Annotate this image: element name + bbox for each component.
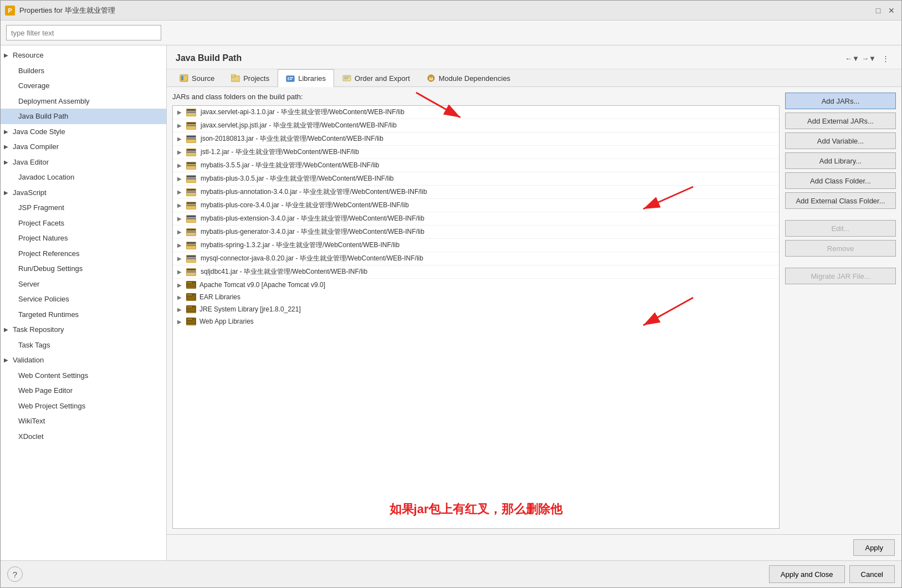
jar-item[interactable]: ▶json-20180813.jar - 毕业生就业管理/WebContent/… [173, 132, 779, 146]
library-icon [186, 305, 196, 313]
libraries-tab-icon [286, 74, 295, 83]
footer-bar: ? Apply and Close Cancel [1, 560, 901, 587]
sidebar-item-java-build-path[interactable]: Java Build Path [1, 109, 166, 124]
tab-projects[interactable]: Projects [223, 69, 278, 86]
jar-icon [186, 121, 197, 130]
apply-close-button[interactable]: Apply and Close [769, 565, 845, 583]
jar-expand-arrow: ▶ [177, 162, 183, 168]
tab-source-label: Source [192, 74, 214, 83]
jar-item[interactable]: ▶mybatis-plus-annotation-3.4.0.jar - 毕业生… [173, 186, 779, 199]
library-expand-arrow: ▶ [177, 282, 183, 288]
panel-body: JARs and class folders on the build path… [167, 87, 901, 534]
jar-icon [186, 188, 197, 197]
sidebar-item-deployment-assembly[interactable]: Deployment Assembly [1, 94, 166, 109]
sidebar-item-project-references[interactable]: Project References [1, 246, 166, 262]
sidebar-item-web-project-settings[interactable]: Web Project Settings [1, 398, 166, 414]
jar-expand-arrow: ▶ [177, 242, 183, 248]
sidebar-arrow-icon: ▶ [4, 356, 11, 364]
sidebar-item-task-tags[interactable]: Task Tags [1, 338, 166, 353]
sidebar-item-javascript[interactable]: ▶JavaScript [1, 185, 166, 201]
add-library-button[interactable]: Add Library... [785, 152, 896, 169]
close-button[interactable]: ✕ [886, 5, 897, 16]
jar-item[interactable]: ▶mybatis-plus-core-3.4.0.jar - 毕业生就业管理/W… [173, 199, 779, 212]
sidebar-item-xdoclet[interactable]: XDoclet [1, 429, 166, 444]
library-item[interactable]: ▶EAR Libraries [173, 291, 779, 303]
more-button[interactable]: ⋮ [878, 52, 893, 64]
search-input[interactable] [6, 25, 161, 40]
add-variable-button[interactable]: Add Variable... [785, 132, 896, 149]
search-area [1, 21, 901, 45]
jar-icon [186, 228, 197, 237]
sidebar-item-javadoc-location[interactable]: Javadoc Location [1, 170, 166, 185]
add-jars-button[interactable]: Add JARs... [785, 93, 896, 109]
sidebar-item-service-policies[interactable]: Service Policies [1, 292, 166, 307]
remove-button[interactable]: Remove [785, 240, 896, 257]
jar-item[interactable]: ▶sqljdbc41.jar - 毕业生就业管理/WebContent/WEB-… [173, 265, 779, 279]
sidebar-item-coverage[interactable]: Coverage [1, 78, 166, 94]
sidebar-item-java-compiler[interactable]: ▶Java Compiler [1, 139, 166, 155]
forward-button[interactable]: →▼ [862, 52, 876, 64]
library-item[interactable]: ▶Apache Tomcat v9.0 [Apache Tomcat v9.0] [173, 279, 779, 291]
cancel-button[interactable]: Cancel [849, 565, 895, 583]
sidebar-arrow-icon: ▶ [4, 127, 11, 136]
tab-order-export[interactable]: Order and Export [334, 69, 418, 86]
sidebar-item-web-page-editor[interactable]: Web Page Editor [1, 383, 166, 398]
maximize-button[interactable]: □ [873, 5, 884, 16]
edit-button[interactable]: Edit... [785, 220, 896, 237]
sidebar-item-label: Project References [18, 248, 80, 259]
help-button[interactable]: ? [7, 566, 23, 582]
library-item[interactable]: ▶JRE System Library [jre1.8.0_221] [173, 303, 779, 315]
jar-text: javax.servlet-api-3.1.0.jar - 毕业生就业管理/We… [201, 108, 404, 117]
sidebar-item-targeted-runtimes[interactable]: Targeted Runtimes [1, 307, 166, 323]
apply-button[interactable]: Apply [853, 539, 895, 556]
library-text: EAR Libraries [199, 293, 240, 301]
back-button[interactable]: ←▼ [845, 52, 859, 64]
add-class-folder-button[interactable]: Add Class Folder... [785, 172, 896, 189]
jar-item[interactable]: ▶mysql-connector-java-8.0.20.jar - 毕业生就业… [173, 252, 779, 265]
library-expand-arrow: ▶ [177, 306, 183, 313]
jar-icon [186, 201, 197, 210]
migrate-jar-button[interactable]: Migrate JAR File... [785, 268, 896, 284]
app-icon: P [5, 6, 15, 16]
jar-expand-arrow: ▶ [177, 269, 183, 275]
sidebar-item-run/debug-settings[interactable]: Run/Debug Settings [1, 261, 166, 277]
jar-item[interactable]: ▶mybatis-spring-1.3.2.jar - 毕业生就业管理/WebC… [173, 239, 779, 252]
jar-item[interactable]: ▶mybatis-plus-extension-3.4.0.jar - 毕业生就… [173, 212, 779, 226]
window-title: Properties for 毕业生就业管理 [19, 6, 873, 16]
sidebar-item-resource[interactable]: ▶Resource [1, 48, 166, 63]
panel-header: Java Build Path ←▼ →▼ ⋮ [167, 45, 901, 69]
sidebar-item-project-facets[interactable]: Project Facets [1, 216, 166, 231]
jar-expand-arrow: ▶ [177, 109, 183, 115]
jar-expand-arrow: ▶ [177, 136, 183, 142]
sidebar-item-label: XDoclet [18, 431, 44, 442]
sidebar-item-web-content-settings[interactable]: Web Content Settings [1, 368, 166, 384]
svg-rect-16 [187, 294, 193, 296]
jar-item[interactable]: ▶jstl-1.2.jar - 毕业生就业管理/WebContent/WEB-I… [173, 146, 779, 159]
sidebar-item-label: Java Code Style [13, 126, 65, 137]
sidebar-item-java-code-style[interactable]: ▶Java Code Style [1, 124, 166, 140]
sidebar-item-server[interactable]: Server [1, 277, 166, 292]
jar-item[interactable]: ▶mybatis-plus-generator-3.4.0.jar - 毕业生就… [173, 226, 779, 239]
library-item[interactable]: ▶Web App Libraries [173, 315, 779, 328]
jar-item[interactable]: ▶javax.servlet.jsp.jstl.jar - 毕业生就业管理/We… [173, 119, 779, 132]
jar-icon [186, 241, 197, 250]
sidebar-item-java-editor[interactable]: ▶Java Editor [1, 155, 166, 170]
sidebar-arrow-icon: ▶ [4, 188, 11, 197]
sidebar-item-jsp-fragment[interactable]: JSP Fragment [1, 200, 166, 216]
tab-libraries[interactable]: Libraries [278, 69, 334, 87]
sidebar-item-project-natures[interactable]: Project Natures [1, 231, 166, 246]
jar-list[interactable]: ▶javax.servlet-api-3.1.0.jar - 毕业生就业管理/W… [172, 105, 780, 529]
jar-item[interactable]: ▶javax.servlet-api-3.1.0.jar - 毕业生就业管理/W… [173, 106, 779, 119]
add-external-jars-button[interactable]: Add External JARs... [785, 113, 896, 129]
sidebar-item-validation[interactable]: ▶Validation [1, 352, 166, 368]
jar-item[interactable]: ▶mybatis-3.5.5.jar - 毕业生就业管理/WebContent/… [173, 159, 779, 172]
tab-module-deps[interactable]: M Module Dependencies [418, 69, 519, 86]
tab-source[interactable]: Source [171, 69, 223, 86]
properties-window: P Properties for 毕业生就业管理 □ ✕ ▶ResourceBu… [0, 0, 902, 588]
sidebar-item-builders[interactable]: Builders [1, 63, 166, 79]
add-external-class-folder-button[interactable]: Add External Class Folder... [785, 192, 896, 209]
sidebar-arrow-icon: ▶ [4, 158, 11, 166]
sidebar-item-wikitext[interactable]: WikiText [1, 413, 166, 429]
jar-item[interactable]: ▶mybatis-plus-3.0.5.jar - 毕业生就业管理/WebCon… [173, 172, 779, 186]
sidebar-item-task-repository[interactable]: ▶Task Repository [1, 322, 166, 338]
